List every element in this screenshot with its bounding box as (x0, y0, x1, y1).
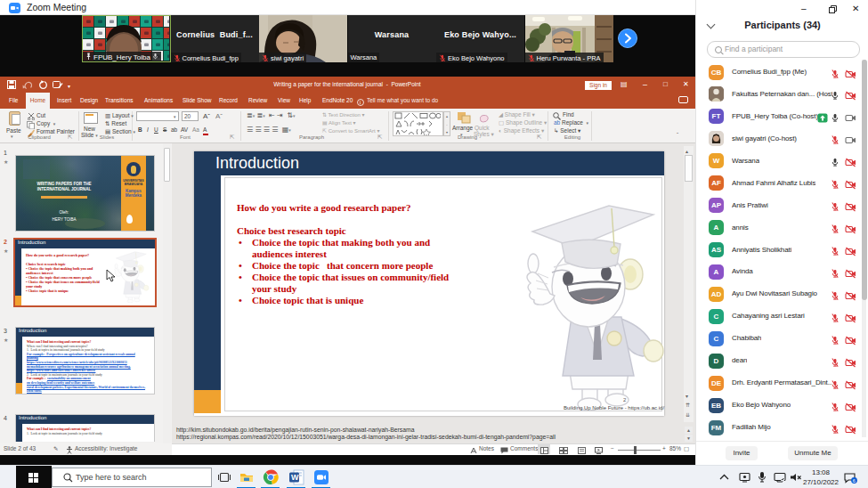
svg-text:W: W (291, 473, 299, 482)
svg-text:6: 6 (853, 478, 856, 484)
svg-text:i: i (360, 100, 361, 105)
